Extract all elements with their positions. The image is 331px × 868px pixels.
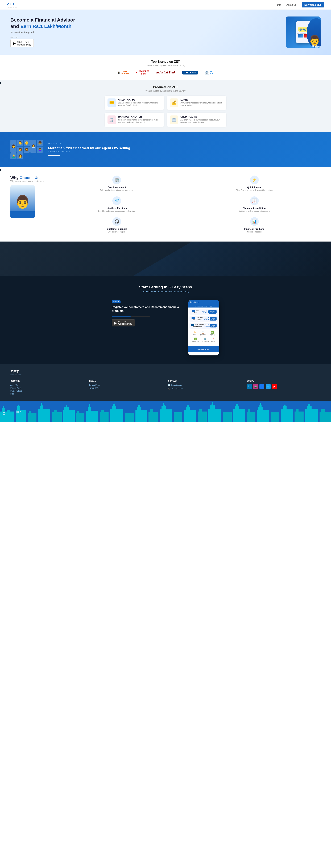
banner-cta[interactable]	[48, 155, 60, 156]
twitter-icon[interactable]: 🐦	[266, 384, 271, 389]
why-subtitle: Why we are loved by our customers	[10, 180, 43, 183]
svg-rect-72	[3, 412, 4, 413]
svg-rect-9	[29, 411, 31, 413]
why-feature-2: 💎 Limitless Earnings Direct Payout in yo…	[51, 196, 183, 212]
logo-sub: FORMERLY ZET	[7, 6, 18, 8]
card-0-apply[interactable]: Apply Now →	[208, 310, 216, 314]
footer-phone[interactable]: +91-7617376072	[171, 388, 184, 390]
footer-link-blog[interactable]: Blog	[10, 393, 84, 395]
brand-yes: YES✓BANK	[182, 71, 198, 74]
banner-section: 👩 👨 👴 👩‍💼 👦 👧 🧔 👩‍🦱 👨‍🦲 🧑 THE ZET EFFECT…	[0, 132, 331, 167]
svg-rect-62	[281, 409, 293, 422]
why-feature-4: 🎧 Customer Support 24/7 customer support	[51, 217, 183, 233]
collage-cell-10: 🧑	[17, 153, 23, 159]
nav-home[interactable]: Home	[275, 3, 281, 6]
phone-icons-row-2: 💹Earnings % ⚙️Processing ❓Help &	[189, 337, 218, 343]
footer-email[interactable]: hi@zetiups.in	[171, 384, 182, 386]
footer-link-about[interactable]: About Us	[10, 384, 84, 386]
brands-title: Top Brands on ZET	[10, 60, 321, 64]
svg-rect-48	[210, 405, 215, 409]
steps-section: ● Start Earning in 3 Easy Steps We have …	[0, 276, 331, 364]
svg-rect-59	[260, 405, 262, 407]
svg-rect-27	[110, 409, 123, 422]
footer-grid: COMPANY About Us Privacy Policy Partner …	[10, 380, 321, 396]
svg-rect-41	[174, 412, 182, 422]
play-label: GET IT ON Google Play	[17, 40, 31, 46]
card-0-limit: Upto ₹ 1,50,000	[200, 310, 208, 313]
footer-legal: LEGAL Privacy Policy Terms of Use	[89, 380, 163, 396]
footer-phone-line: 📞 +91-7617376072	[168, 388, 242, 391]
collage-cell-4: 👩‍💼	[30, 140, 36, 153]
youtube-icon[interactable]: ▶	[272, 384, 277, 389]
svg-rect-19	[77, 413, 84, 422]
credit-cards-info: CREDIT CARDS 100% Contactless Applicatio…	[118, 98, 161, 106]
card-2-bank: HDFC Bank Credit Card	[191, 324, 204, 328]
phone-icon-4: ⚙️Processing	[202, 338, 209, 342]
footer-social: SOCIAL in 📷 f 🐦 ▶	[247, 380, 321, 396]
nav-links: Home About Us Download ZET	[275, 2, 324, 7]
footer-logo-sub: FORMERLY ZET	[10, 374, 321, 376]
card-2-limit: Upto ₹ 1,50,000	[204, 324, 210, 327]
loans-icon: 💰	[170, 98, 178, 107]
email-icon: ✉️	[168, 384, 170, 386]
svg-rect-1	[0, 411, 14, 422]
phone-icon-0: 🏷️Brand	[192, 331, 196, 336]
svg-rect-57	[257, 410, 269, 422]
facebook-icon[interactable]: f	[260, 384, 264, 389]
why-person-image: 👨	[10, 185, 35, 218]
footer-legal-terms[interactable]: Terms of Use	[89, 387, 163, 389]
why-feature-3: 📈 Training & Upskilling Get trained by f…	[188, 196, 321, 212]
google-play-button[interactable]: ▶ GET IT ON Google Play	[10, 39, 34, 48]
brand-idfc: ■ IDFC FIRSTBank	[136, 70, 149, 75]
card-1-apply[interactable]: Apply Now →	[210, 317, 216, 320]
footer-link-partner[interactable]: Partner with us	[10, 390, 84, 392]
products-grid: 💳 CREDIT CARDS 100% Contactless Applicat…	[105, 96, 226, 127]
step-desc: Register your customers and Recommend fi…	[112, 305, 181, 313]
zero-investment-icon: 🏢	[112, 176, 121, 184]
card-1-bank: SBI Bank Credit Card	[191, 317, 204, 321]
why-section: ● Why Choose Us Why we are loved by our …	[0, 167, 331, 242]
limitless-earnings-icon: 💎	[112, 196, 121, 205]
svg-rect-51	[223, 412, 232, 422]
linkedin-icon[interactable]: in	[247, 384, 252, 389]
phone-content: SBI Card Upto ₹ 1,50,000 Apply Now → SBI…	[188, 308, 219, 345]
svg-rect-4	[7, 410, 10, 411]
svg-rect-34	[138, 405, 140, 407]
svg-rect-69	[308, 404, 310, 406]
phone-card-2: HDFC Bank Credit Card Upto ₹ 1,50,000 Ap…	[189, 323, 218, 329]
hero-section: Become a Financial Advisor and Earn Rs.1…	[0, 9, 331, 55]
svg-rect-52	[233, 409, 245, 422]
svg-rect-26	[101, 410, 104, 412]
footer-legal-title: LEGAL	[89, 380, 163, 382]
nav-download[interactable]: Download ZET	[302, 2, 324, 7]
svg-rect-71	[321, 409, 325, 412]
svg-rect-2	[2, 408, 5, 411]
svg-rect-53	[235, 406, 239, 409]
card-0-bank: SBI Card	[191, 310, 200, 314]
nav-about[interactable]: About Us	[287, 3, 296, 6]
footer-legal-privacy[interactable]: Privacy Policy	[89, 384, 163, 386]
steps-play-button[interactable]: ▶ GET IT ON Google Play	[112, 319, 135, 327]
svg-rect-13	[41, 403, 42, 405]
phone-icon-2: ✅Eligibility	[209, 331, 215, 336]
svg-rect-55	[247, 412, 255, 422]
svg-rect-74	[3, 414, 4, 415]
card-2-apply[interactable]: Apply Now →	[210, 324, 216, 328]
instagram-icon[interactable]: 📷	[253, 384, 258, 389]
svg-rect-28	[112, 406, 116, 409]
svg-rect-11	[40, 406, 43, 409]
products-section: ● Products on ZET We are trusted by best…	[0, 80, 331, 132]
phone-bottom-bar[interactable]: Start Earning Now!	[188, 346, 219, 352]
footer-link-privacy[interactable]: Privacy Policy	[10, 387, 84, 389]
svg-rect-46	[199, 409, 202, 411]
svg-rect-6	[18, 406, 20, 410]
collage-cell-5: 👦	[37, 140, 43, 146]
financial-products-icon: 📊	[250, 217, 259, 226]
footer-company: COMPANY About Us Privacy Policy Partner …	[10, 380, 84, 396]
phone-icon-1: 📋Application	[200, 331, 206, 336]
svg-rect-33	[137, 407, 141, 410]
svg-rect-35	[149, 412, 158, 422]
steps-play-label: GET IT ON Google Play	[118, 320, 132, 326]
steps-title: Start Earning in 3 Easy Steps	[10, 285, 321, 289]
phone-icon-3: 💹Earnings %	[192, 338, 199, 342]
